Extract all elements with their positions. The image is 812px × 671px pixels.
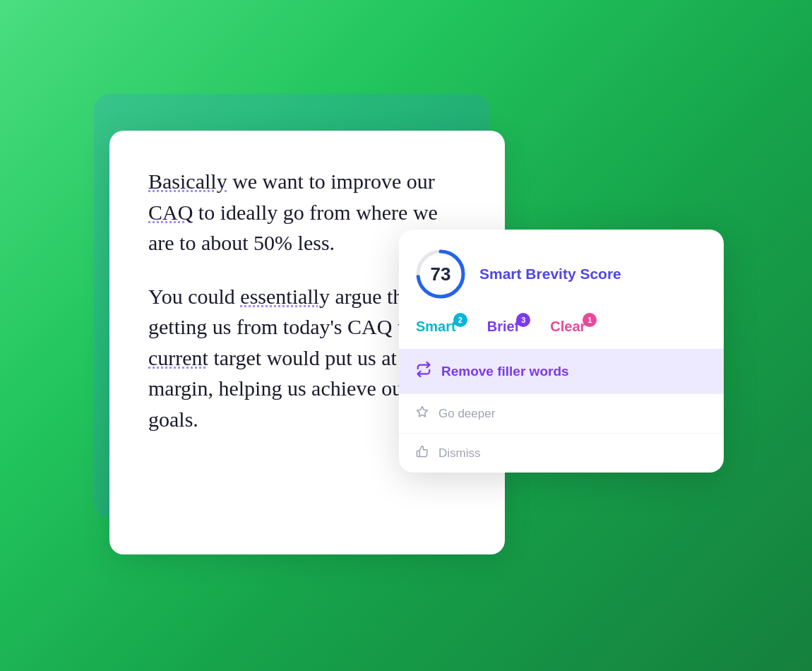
- tab-clear-badge: 1: [583, 313, 597, 327]
- scene: Basically we want to improve our CAQ to …: [88, 88, 724, 583]
- action-row[interactable]: Remove filler words: [399, 349, 724, 393]
- word-basically: Basically: [148, 170, 227, 193]
- score-card: 73 Smart Brevity Score Smart 2 Brief 3 C…: [399, 230, 724, 473]
- tab-smart[interactable]: Smart 2: [416, 319, 456, 335]
- action-text: Remove filler words: [441, 364, 569, 379]
- action-icon: [416, 362, 431, 381]
- word-caq-1: CAQ: [148, 201, 193, 224]
- tab-smart-badge: 2: [453, 313, 467, 327]
- word-current: current: [148, 346, 208, 369]
- dismiss-label: Dismiss: [438, 446, 481, 461]
- go-deeper-label: Go deeper: [438, 407, 495, 421]
- word-essentially: essentially: [240, 285, 330, 308]
- menu-dismiss[interactable]: Dismiss: [399, 433, 724, 473]
- score-title: Smart Brevity Score: [479, 266, 621, 283]
- tab-clear-label: Clear: [550, 319, 585, 334]
- tab-smart-label: Smart: [416, 319, 456, 334]
- dismiss-icon: [416, 445, 429, 461]
- menu-go-deeper[interactable]: Go deeper: [399, 393, 724, 433]
- score-circle: 73: [413, 247, 468, 302]
- tab-brief-label: Brief: [487, 319, 520, 334]
- svg-marker-2: [417, 407, 428, 417]
- tab-clear[interactable]: Clear 1: [550, 319, 585, 335]
- tab-brief[interactable]: Brief 3: [487, 319, 520, 335]
- category-tabs: Smart 2 Brief 3 Clear 1: [399, 316, 724, 349]
- score-number: 73: [431, 263, 451, 285]
- score-header: 73 Smart Brevity Score: [399, 230, 724, 316]
- go-deeper-icon: [416, 405, 429, 422]
